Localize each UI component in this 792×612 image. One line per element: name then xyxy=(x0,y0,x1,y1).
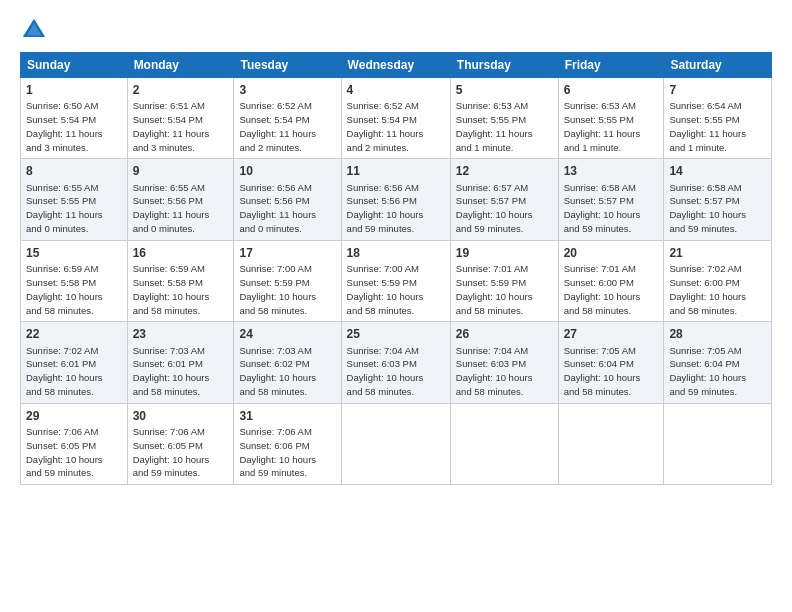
header-section xyxy=(20,16,772,44)
day-info: Sunrise: 6:54 AM Sunset: 5:55 PM Dayligh… xyxy=(669,100,746,152)
day-info: Sunrise: 7:01 AM Sunset: 6:00 PM Dayligh… xyxy=(564,263,641,315)
day-number: 17 xyxy=(239,245,335,261)
day-info: Sunrise: 7:02 AM Sunset: 6:01 PM Dayligh… xyxy=(26,345,103,397)
day-number: 27 xyxy=(564,326,659,342)
day-info: Sunrise: 6:53 AM Sunset: 5:55 PM Dayligh… xyxy=(564,100,641,152)
day-info: Sunrise: 7:01 AM Sunset: 5:59 PM Dayligh… xyxy=(456,263,533,315)
calendar-cell xyxy=(664,403,772,484)
week-row-3: 15Sunrise: 6:59 AM Sunset: 5:58 PM Dayli… xyxy=(21,240,772,321)
day-info: Sunrise: 6:50 AM Sunset: 5:54 PM Dayligh… xyxy=(26,100,103,152)
day-number: 30 xyxy=(133,408,229,424)
weekday-header-monday: Monday xyxy=(127,53,234,78)
calendar-cell: 10Sunrise: 6:56 AM Sunset: 5:56 PM Dayli… xyxy=(234,159,341,240)
page: SundayMondayTuesdayWednesdayThursdayFrid… xyxy=(0,0,792,495)
day-number: 12 xyxy=(456,163,553,179)
day-number: 15 xyxy=(26,245,122,261)
day-info: Sunrise: 7:02 AM Sunset: 6:00 PM Dayligh… xyxy=(669,263,746,315)
calendar-cell: 29Sunrise: 7:06 AM Sunset: 6:05 PM Dayli… xyxy=(21,403,128,484)
day-info: Sunrise: 7:03 AM Sunset: 6:01 PM Dayligh… xyxy=(133,345,210,397)
day-number: 20 xyxy=(564,245,659,261)
calendar-cell: 1Sunrise: 6:50 AM Sunset: 5:54 PM Daylig… xyxy=(21,78,128,159)
day-info: Sunrise: 6:51 AM Sunset: 5:54 PM Dayligh… xyxy=(133,100,210,152)
day-number: 18 xyxy=(347,245,445,261)
calendar-cell: 2Sunrise: 6:51 AM Sunset: 5:54 PM Daylig… xyxy=(127,78,234,159)
day-info: Sunrise: 6:58 AM Sunset: 5:57 PM Dayligh… xyxy=(564,182,641,234)
calendar-cell: 3Sunrise: 6:52 AM Sunset: 5:54 PM Daylig… xyxy=(234,78,341,159)
week-row-2: 8Sunrise: 6:55 AM Sunset: 5:55 PM Daylig… xyxy=(21,159,772,240)
calendar-cell: 8Sunrise: 6:55 AM Sunset: 5:55 PM Daylig… xyxy=(21,159,128,240)
day-number: 21 xyxy=(669,245,766,261)
day-info: Sunrise: 6:59 AM Sunset: 5:58 PM Dayligh… xyxy=(26,263,103,315)
calendar-cell: 14Sunrise: 6:58 AM Sunset: 5:57 PM Dayli… xyxy=(664,159,772,240)
calendar-cell: 6Sunrise: 6:53 AM Sunset: 5:55 PM Daylig… xyxy=(558,78,664,159)
calendar-cell: 28Sunrise: 7:05 AM Sunset: 6:04 PM Dayli… xyxy=(664,322,772,403)
day-info: Sunrise: 6:52 AM Sunset: 5:54 PM Dayligh… xyxy=(347,100,424,152)
week-row-5: 29Sunrise: 7:06 AM Sunset: 6:05 PM Dayli… xyxy=(21,403,772,484)
day-number: 31 xyxy=(239,408,335,424)
calendar-cell: 27Sunrise: 7:05 AM Sunset: 6:04 PM Dayli… xyxy=(558,322,664,403)
day-info: Sunrise: 7:06 AM Sunset: 6:05 PM Dayligh… xyxy=(26,426,103,478)
calendar-body: 1Sunrise: 6:50 AM Sunset: 5:54 PM Daylig… xyxy=(21,78,772,485)
calendar-cell xyxy=(450,403,558,484)
day-number: 11 xyxy=(347,163,445,179)
day-info: Sunrise: 6:55 AM Sunset: 5:55 PM Dayligh… xyxy=(26,182,103,234)
day-info: Sunrise: 6:55 AM Sunset: 5:56 PM Dayligh… xyxy=(133,182,210,234)
calendar-cell: 22Sunrise: 7:02 AM Sunset: 6:01 PM Dayli… xyxy=(21,322,128,403)
day-number: 29 xyxy=(26,408,122,424)
calendar-cell: 30Sunrise: 7:06 AM Sunset: 6:05 PM Dayli… xyxy=(127,403,234,484)
day-number: 2 xyxy=(133,82,229,98)
weekday-header-friday: Friday xyxy=(558,53,664,78)
day-number: 3 xyxy=(239,82,335,98)
calendar-cell: 4Sunrise: 6:52 AM Sunset: 5:54 PM Daylig… xyxy=(341,78,450,159)
day-info: Sunrise: 6:56 AM Sunset: 5:56 PM Dayligh… xyxy=(347,182,424,234)
day-number: 25 xyxy=(347,326,445,342)
day-number: 5 xyxy=(456,82,553,98)
day-number: 26 xyxy=(456,326,553,342)
day-info: Sunrise: 7:00 AM Sunset: 5:59 PM Dayligh… xyxy=(347,263,424,315)
day-info: Sunrise: 6:58 AM Sunset: 5:57 PM Dayligh… xyxy=(669,182,746,234)
calendar-cell: 21Sunrise: 7:02 AM Sunset: 6:00 PM Dayli… xyxy=(664,240,772,321)
day-number: 16 xyxy=(133,245,229,261)
calendar-cell: 11Sunrise: 6:56 AM Sunset: 5:56 PM Dayli… xyxy=(341,159,450,240)
calendar-cell: 31Sunrise: 7:06 AM Sunset: 6:06 PM Dayli… xyxy=(234,403,341,484)
day-info: Sunrise: 6:59 AM Sunset: 5:58 PM Dayligh… xyxy=(133,263,210,315)
day-number: 10 xyxy=(239,163,335,179)
calendar-cell: 17Sunrise: 7:00 AM Sunset: 5:59 PM Dayli… xyxy=(234,240,341,321)
weekday-header-thursday: Thursday xyxy=(450,53,558,78)
calendar-table: SundayMondayTuesdayWednesdayThursdayFrid… xyxy=(20,52,772,485)
calendar-cell: 24Sunrise: 7:03 AM Sunset: 6:02 PM Dayli… xyxy=(234,322,341,403)
day-number: 6 xyxy=(564,82,659,98)
week-row-1: 1Sunrise: 6:50 AM Sunset: 5:54 PM Daylig… xyxy=(21,78,772,159)
calendar-cell: 15Sunrise: 6:59 AM Sunset: 5:58 PM Dayli… xyxy=(21,240,128,321)
calendar-cell: 18Sunrise: 7:00 AM Sunset: 5:59 PM Dayli… xyxy=(341,240,450,321)
calendar-header: SundayMondayTuesdayWednesdayThursdayFrid… xyxy=(21,53,772,78)
day-number: 24 xyxy=(239,326,335,342)
day-info: Sunrise: 6:57 AM Sunset: 5:57 PM Dayligh… xyxy=(456,182,533,234)
calendar-cell: 20Sunrise: 7:01 AM Sunset: 6:00 PM Dayli… xyxy=(558,240,664,321)
calendar-cell: 25Sunrise: 7:04 AM Sunset: 6:03 PM Dayli… xyxy=(341,322,450,403)
week-row-4: 22Sunrise: 7:02 AM Sunset: 6:01 PM Dayli… xyxy=(21,322,772,403)
day-number: 23 xyxy=(133,326,229,342)
day-number: 22 xyxy=(26,326,122,342)
day-number: 1 xyxy=(26,82,122,98)
day-number: 19 xyxy=(456,245,553,261)
calendar-cell: 12Sunrise: 6:57 AM Sunset: 5:57 PM Dayli… xyxy=(450,159,558,240)
calendar-cell: 19Sunrise: 7:01 AM Sunset: 5:59 PM Dayli… xyxy=(450,240,558,321)
calendar-cell: 13Sunrise: 6:58 AM Sunset: 5:57 PM Dayli… xyxy=(558,159,664,240)
weekday-header-tuesday: Tuesday xyxy=(234,53,341,78)
weekday-header-wednesday: Wednesday xyxy=(341,53,450,78)
day-number: 4 xyxy=(347,82,445,98)
day-info: Sunrise: 7:04 AM Sunset: 6:03 PM Dayligh… xyxy=(347,345,424,397)
day-number: 28 xyxy=(669,326,766,342)
calendar-cell xyxy=(558,403,664,484)
day-info: Sunrise: 7:00 AM Sunset: 5:59 PM Dayligh… xyxy=(239,263,316,315)
weekday-header-sunday: Sunday xyxy=(21,53,128,78)
day-info: Sunrise: 6:52 AM Sunset: 5:54 PM Dayligh… xyxy=(239,100,316,152)
calendar-cell: 16Sunrise: 6:59 AM Sunset: 5:58 PM Dayli… xyxy=(127,240,234,321)
day-info: Sunrise: 7:04 AM Sunset: 6:03 PM Dayligh… xyxy=(456,345,533,397)
logo-icon xyxy=(20,16,48,44)
day-number: 14 xyxy=(669,163,766,179)
day-number: 13 xyxy=(564,163,659,179)
calendar-cell xyxy=(341,403,450,484)
weekday-header-saturday: Saturday xyxy=(664,53,772,78)
